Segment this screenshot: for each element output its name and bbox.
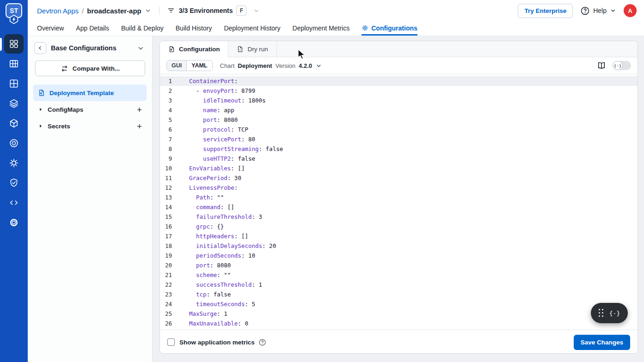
- line-number: 4: [160, 105, 172, 115]
- code-line[interactable]: 5 port: 8080: [160, 115, 638, 125]
- line-number: 25: [160, 309, 172, 319]
- code-line[interactable]: 3 idleTimeout: 1800s: [160, 96, 638, 105]
- file-icon: [168, 46, 175, 53]
- sidebar-item-application-groups[interactable]: [4, 54, 24, 73]
- app-switch-chevron-icon[interactable]: [144, 7, 152, 14]
- code-line[interactable]: 12LivenessProbe:: [160, 183, 638, 193]
- code-line[interactable]: 21 scheme: "": [160, 270, 638, 280]
- sidebar-item-deployment-template[interactable]: Deployment Template: [33, 84, 147, 101]
- chart-name: Deployment: [238, 62, 272, 69]
- line-number: 21: [160, 270, 172, 280]
- show-metrics-checkbox[interactable]: [167, 338, 175, 346]
- try-enterprise-button[interactable]: Try Enterprise: [518, 4, 573, 18]
- code-line[interactable]: 9 useHTTP2: false: [160, 154, 638, 163]
- line-number: 26: [160, 319, 172, 328]
- sidebar-item-global-settings[interactable]: [4, 213, 24, 232]
- file-code-icon: [38, 89, 45, 97]
- code-line[interactable]: 17 httpHeaders: []: [160, 231, 638, 241]
- tab-build-deploy[interactable]: Build & Deploy: [121, 21, 164, 36]
- line-number: 22: [160, 280, 172, 290]
- drag-handle-icon[interactable]: [599, 309, 604, 317]
- code-line[interactable]: 18 initialDelaySeconds: 20: [160, 241, 638, 251]
- tab-dry-run[interactable]: Dry run: [228, 41, 276, 57]
- tab-deployment-history[interactable]: Deployment History: [224, 21, 280, 36]
- environments-chevron-icon[interactable]: [253, 7, 260, 14]
- tab-configurations[interactable]: Configurations: [362, 21, 417, 36]
- line-number: 7: [160, 134, 172, 144]
- breadcrumb-app-name[interactable]: broadcaster-app: [87, 7, 141, 15]
- sidebar-item-configmaps[interactable]: ConfigMaps +: [33, 101, 147, 118]
- chart-version: 4.2.0: [299, 62, 312, 69]
- sidebar-item-jobs[interactable]: [4, 74, 24, 93]
- code-line[interactable]: 16 grpc: {}: [160, 222, 638, 231]
- sidebar-item-clusters[interactable]: [4, 153, 24, 173]
- breadcrumb-root[interactable]: Devtron Apps: [37, 7, 79, 15]
- sidebar-item-chart-store[interactable]: [4, 114, 24, 133]
- code-line[interactable]: 15 failureThreshold: 3: [160, 212, 638, 222]
- yaml-mode-button[interactable]: YAML: [186, 60, 212, 71]
- back-button[interactable]: [34, 42, 46, 54]
- add-configmap-button[interactable]: +: [137, 105, 142, 114]
- app-tab-bar: OverviewApp DetailsBuild & DeployBuild H…: [28, 21, 644, 36]
- readme-book-icon[interactable]: [597, 61, 606, 70]
- code-line[interactable]: 14 command: []: [160, 202, 638, 212]
- show-metrics-label: Show application metrics: [179, 339, 255, 346]
- tab-build-history[interactable]: Build History: [176, 21, 212, 36]
- code-line[interactable]: 10EnvVariables: []: [160, 163, 638, 173]
- chart-version-selector[interactable]: Chart Deployment Version 4.2.0: [220, 62, 323, 69]
- save-changes-button[interactable]: Save Changes: [574, 335, 630, 350]
- code-line[interactable]: 8 supportStreaming: false: [160, 144, 638, 154]
- environment-selector[interactable]: 3/3 Environments F: [167, 6, 260, 16]
- code-line[interactable]: 26MaxUnavailable: 0: [160, 319, 638, 328]
- line-number: 9: [160, 154, 172, 163]
- tab-app-details[interactable]: App Details: [76, 21, 109, 36]
- code-line[interactable]: 1ContainerPort:: [160, 76, 638, 86]
- tab-overview[interactable]: Overview: [37, 21, 64, 36]
- environment-badge: F: [236, 6, 246, 16]
- line-content: MaxSurge: 1: [189, 309, 227, 319]
- tab-label: Configurations: [371, 24, 417, 32]
- devtron-app-window: ST Devtron Apps / broadcaster-app 3/3 En…: [0, 0, 644, 362]
- sidebar-item-secrets[interactable]: Secrets +: [33, 118, 147, 134]
- code-line[interactable]: 11GracePeriod: 30: [160, 173, 638, 183]
- filter-icon: [167, 6, 175, 15]
- floating-code-widget[interactable]: {·}: [591, 303, 628, 323]
- configuration-card-tabs: Configuration Dry run: [160, 41, 638, 57]
- sidebar-item-security[interactable]: [4, 173, 24, 193]
- compare-with-button[interactable]: Compare With...: [35, 60, 145, 76]
- code-view-toggle[interactable]: {·}: [613, 61, 631, 70]
- line-number: 8: [160, 144, 172, 154]
- panel-collapse-chevron-icon[interactable]: [137, 44, 145, 52]
- user-avatar[interactable]: A: [624, 4, 637, 17]
- code-line[interactable]: 22 successThreshold: 1: [160, 280, 638, 290]
- help-menu[interactable]: Help: [580, 6, 616, 16]
- configuration-card: Configuration Dry run GUI YAML Chart Dep…: [159, 41, 638, 354]
- line-number: 23: [160, 290, 172, 299]
- sidebar-nav: [0, 34, 28, 232]
- gui-mode-button[interactable]: GUI: [167, 60, 186, 71]
- code-line[interactable]: 7 servicePort: 80: [160, 134, 638, 144]
- metrics-help-icon[interactable]: [258, 338, 266, 346]
- line-number: 3: [160, 96, 172, 105]
- code-line[interactable]: 25MaxSurge: 1: [160, 309, 638, 319]
- line-content: servicePort: 80: [189, 134, 255, 144]
- tab-deployment-metrics[interactable]: Deployment Metrics: [293, 21, 350, 36]
- code-line[interactable]: 20 port: 8080: [160, 260, 638, 270]
- configuration-items: Deployment Template ConfigMaps + Secrets…: [28, 84, 152, 134]
- sidebar-item-resource-browser[interactable]: [4, 133, 24, 153]
- sidebar-item-applications[interactable]: [4, 34, 24, 54]
- sidebar-item-helm-apps[interactable]: [4, 94, 24, 113]
- code-line[interactable]: 24 timeoutSeconds: 5: [160, 299, 638, 309]
- code-line[interactable]: 23 tcp: false: [160, 290, 638, 299]
- yaml-editor[interactable]: 1ContainerPort:2 - envoyPort: 87993 idle…: [160, 74, 638, 330]
- code-line[interactable]: 13 Path: "": [160, 193, 638, 202]
- line-content: successThreshold: 1: [189, 280, 262, 290]
- sidebar-item-code[interactable]: [4, 193, 24, 212]
- add-secret-button[interactable]: +: [137, 122, 142, 131]
- code-line[interactable]: 19 periodSeconds: 10: [160, 251, 638, 260]
- code-line[interactable]: 4 name: app: [160, 105, 638, 115]
- code-line[interactable]: 2 - envoyPort: 8799: [160, 86, 638, 96]
- code-line[interactable]: 6 protocol: TCP: [160, 125, 638, 134]
- editor-footer: Show application metrics Save Changes: [160, 330, 638, 354]
- tab-configuration[interactable]: Configuration: [160, 41, 228, 57]
